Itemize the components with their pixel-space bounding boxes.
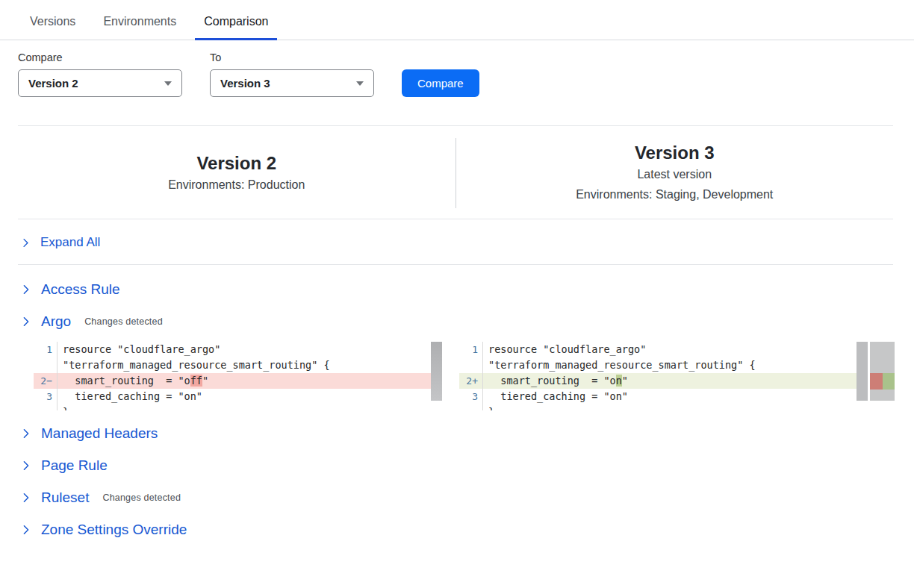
line-number: 1 (459, 342, 483, 357)
line-number (459, 357, 483, 373)
changes-detected-badge: Changes detected (102, 492, 181, 503)
left-version-environments: Environments: Production (168, 175, 305, 195)
compare-toolbar: Compare Version 2 To Version 3 Compare (0, 40, 914, 97)
chevron-down-icon (356, 81, 364, 86)
section-argo[interactable]: Argo Changes detected (18, 305, 896, 337)
diff-overview-ruler (870, 342, 895, 401)
compare-to-select[interactable]: Version 3 (210, 69, 374, 97)
right-version-environments: Environments: Staging, Development (576, 184, 773, 204)
compare-button[interactable]: Compare (402, 69, 479, 97)
code-text: "terraform_managed_resource_smart_routin… (483, 357, 756, 373)
chevron-right-icon (21, 428, 31, 439)
code-text: smart_routing = "off" (57, 373, 208, 389)
code-text: "terraform_managed_resource_smart_routin… (57, 357, 330, 373)
compare-to-label: To (210, 51, 374, 63)
compare-from-label: Compare (18, 51, 182, 63)
section-access-rule[interactable]: Access Rule (18, 273, 896, 305)
compare-from-value: Version 2 (28, 77, 78, 90)
code-text: resource "cloudflare_argo" (483, 342, 646, 357)
diff-pane-right: 1resource "cloudflare_argo" "terraform_m… (459, 342, 868, 410)
code-text: } (483, 404, 494, 410)
diff-line-added: 2+ smart_routing = "on" (459, 373, 868, 389)
section-label: Argo (41, 313, 71, 330)
code-text: tiered_caching = "on" (57, 389, 202, 404)
version-header-left: Version 2 Environments: Production (18, 138, 456, 208)
compare-to-value: Version 3 (220, 77, 270, 90)
chevron-right-icon (21, 492, 31, 503)
chevron-right-icon (21, 284, 31, 295)
left-version-title: Version 2 (196, 152, 276, 175)
overview-added-mark (883, 373, 895, 390)
resource-sections: Access Rule Argo Changes detected 1resou… (0, 273, 914, 545)
line-number (34, 357, 57, 373)
right-pane-scrollbar[interactable] (857, 342, 868, 401)
code-text: } (57, 404, 69, 410)
added-token: n (616, 375, 622, 387)
argo-diff-viewer: 1resource "cloudflare_argo" "terraform_m… (34, 342, 914, 410)
section-ruleset[interactable]: Ruleset Changes detected (18, 481, 896, 513)
diff-line: } (34, 404, 442, 410)
diff-line: 1resource "cloudflare_argo" (34, 342, 442, 357)
section-label: Page Rule (41, 457, 108, 474)
line-number (34, 404, 57, 410)
section-label: Ruleset (41, 489, 89, 506)
expand-all-button[interactable]: Expand All (18, 219, 896, 264)
diff-line: } (459, 404, 868, 410)
diff-line: 3 tiered_caching = "on" (459, 389, 868, 404)
chevron-right-icon (21, 316, 31, 327)
chevron-right-icon (21, 525, 31, 535)
diff-line: 3 tiered_caching = "on" (34, 389, 442, 404)
diff-line-wrap: "terraform_managed_resource_smart_routin… (34, 357, 442, 373)
line-number: 3 (34, 389, 57, 404)
version-headers: Version 2 Environments: Production Versi… (18, 126, 893, 219)
compare-to-field: To Version 3 (210, 51, 374, 97)
changes-detected-badge: Changes detected (84, 316, 163, 327)
section-label: Zone Settings Override (41, 521, 187, 538)
diff-pane-left: 1resource "cloudflare_argo" "terraform_m… (34, 342, 442, 410)
expand-all-label: Expand All (40, 235, 100, 250)
tab-environments[interactable]: Environments (94, 10, 185, 40)
line-number: 3 (459, 389, 483, 404)
tab-comparison[interactable]: Comparison (195, 10, 277, 40)
left-pane-scrollbar[interactable] (431, 342, 442, 401)
section-zone-settings-override[interactable]: Zone Settings Override (18, 513, 896, 545)
overview-removed-mark (870, 373, 883, 390)
code-text: resource "cloudflare_argo" (57, 342, 220, 357)
chevron-right-icon (21, 460, 31, 471)
diff-line-removed: 2− smart_routing = "off" (34, 373, 442, 389)
diff-line: 1resource "cloudflare_argo" (459, 342, 868, 357)
code-text: smart_routing = "on" (483, 373, 628, 389)
diff-line-wrap: "terraform_managed_resource_smart_routin… (459, 357, 868, 373)
line-number: 1 (34, 342, 57, 357)
code-text: tiered_caching = "on" (483, 389, 628, 404)
tab-versions[interactable]: Versions (21, 10, 84, 40)
chevron-down-icon (164, 81, 172, 86)
compare-from-field: Compare Version 2 (18, 51, 182, 97)
removed-token: ff (190, 375, 202, 387)
line-number: 2− (34, 373, 57, 389)
section-label: Access Rule (41, 281, 120, 298)
divider (18, 264, 893, 265)
line-number (459, 404, 483, 410)
section-managed-headers[interactable]: Managed Headers (18, 417, 896, 449)
section-page-rule[interactable]: Page Rule (18, 449, 896, 481)
right-version-title: Version 3 (635, 142, 715, 164)
compare-from-select[interactable]: Version 2 (18, 69, 182, 97)
right-version-latest: Latest version (637, 164, 712, 184)
section-label: Managed Headers (41, 425, 158, 442)
line-number: 2+ (459, 373, 483, 389)
version-header-right: Version 3 Latest version Environments: S… (456, 138, 894, 208)
chevron-right-icon (21, 238, 31, 248)
tab-bar: Versions Environments Comparison (0, 0, 914, 40)
